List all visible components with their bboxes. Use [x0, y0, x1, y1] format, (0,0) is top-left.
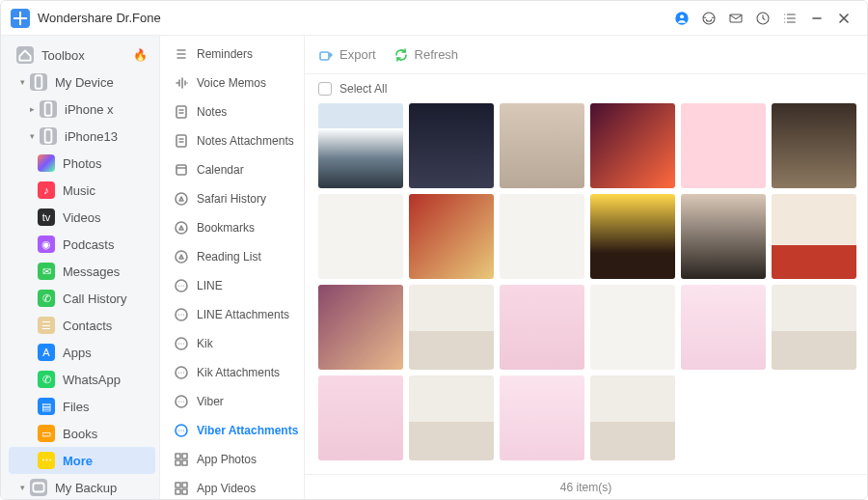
toolbox-icon — [16, 46, 34, 64]
svg-rect-5 — [36, 75, 42, 89]
label: LINE Attachments — [197, 308, 289, 321]
label: Viber — [197, 395, 224, 408]
category-safari-history[interactable]: Safari History — [164, 184, 300, 213]
list-icon[interactable] — [776, 5, 803, 32]
sidebar-my-backup[interactable]: ▾ My Backup — [9, 474, 155, 499]
svg-rect-12 — [176, 135, 186, 147]
titlebar: Wondershare Dr.Fone — [1, 1, 867, 36]
reminders-icon — [174, 46, 189, 62]
label: Calendar — [197, 163, 244, 177]
thumbnail[interactable] — [681, 285, 766, 370]
thumbnail[interactable] — [409, 375, 494, 460]
label: Notes — [197, 105, 227, 119]
category-app-videos[interactable]: App Videos — [164, 474, 300, 499]
sidebar-photos[interactable]: Photos — [9, 150, 155, 177]
sidebar-whatsapp[interactable]: ✆WhatsApp — [9, 366, 155, 393]
thumbnail[interactable] — [500, 194, 584, 279]
select-all-label: Select All — [339, 82, 387, 96]
sidebar-toolbox[interactable]: Toolbox 🔥 — [9, 42, 155, 69]
thumbnail[interactable] — [409, 285, 494, 370]
category-line[interactable]: LINE — [164, 271, 300, 300]
category-voice-memos[interactable]: Voice Memos — [164, 69, 300, 97]
thumbnail[interactable] — [318, 375, 403, 460]
fire-icon: 🔥 — [133, 48, 148, 62]
svg-point-18 — [178, 285, 179, 286]
category-kik[interactable]: Kik — [164, 329, 300, 358]
sidebar-call-history[interactable]: ✆Call History — [9, 285, 155, 312]
close-button[interactable] — [830, 5, 857, 32]
chevron-down-icon: ▾ — [16, 77, 28, 87]
label: Viber Attachments — [197, 424, 298, 437]
thumbnail[interactable] — [500, 375, 584, 460]
select-all-checkbox[interactable] — [318, 82, 332, 96]
thumbnail[interactable] — [772, 103, 856, 188]
label: Books — [63, 427, 148, 441]
thumbnail[interactable] — [318, 285, 403, 370]
thumbnail[interactable] — [772, 194, 856, 279]
minimize-button[interactable] — [803, 5, 830, 32]
thumbnail[interactable] — [590, 194, 675, 279]
label: Notes Attachments — [197, 134, 294, 148]
svg-rect-46 — [182, 483, 187, 487]
sidebar-files[interactable]: ▤Files — [9, 393, 155, 420]
label: Music — [63, 183, 148, 198]
svg-rect-48 — [182, 489, 187, 494]
thumbnail[interactable] — [318, 103, 403, 188]
thumbnail[interactable] — [681, 194, 766, 279]
app-videos-icon — [174, 481, 189, 496]
thumbnail[interactable] — [500, 103, 584, 188]
category-notes[interactable]: Notes — [164, 97, 300, 126]
thumbnail[interactable] — [590, 375, 675, 460]
thumbnail[interactable] — [590, 103, 675, 188]
videos-icon: tv — [38, 208, 55, 226]
category-kik-attachments[interactable]: Kik Attachments — [164, 358, 300, 387]
svg-rect-11 — [176, 106, 186, 118]
bookmarks-icon — [174, 220, 189, 236]
account-icon[interactable] — [668, 5, 695, 32]
label: iPhone13 — [65, 129, 148, 144]
thumbnail[interactable] — [409, 103, 494, 188]
svg-point-38 — [178, 430, 179, 431]
category-app-photos[interactable]: App Photos — [164, 445, 300, 474]
category-viber-attachments[interactable]: Viber Attachments — [164, 416, 300, 445]
status-bar: 46 item(s) — [305, 474, 867, 499]
sidebar-apps[interactable]: AApps — [9, 339, 155, 366]
category-calendar[interactable]: Calendar — [164, 155, 300, 184]
label: Voice Memos — [197, 76, 266, 90]
sidebar-contacts[interactable]: ☰Contacts — [9, 312, 155, 339]
messages-icon: ✉ — [38, 263, 55, 280]
category-reading-list[interactable]: Reading List — [164, 242, 300, 271]
sidebar-iphone-x[interactable]: ▸ iPhone x — [9, 96, 155, 123]
reading-icon — [174, 249, 189, 264]
history-icon[interactable] — [749, 5, 776, 32]
category-viber[interactable]: Viber — [164, 387, 300, 416]
mail-icon[interactable] — [722, 5, 749, 32]
sidebar-my-device[interactable]: ▾ My Device — [9, 69, 155, 96]
category-line-attachments[interactable]: LINE Attachments — [164, 300, 300, 329]
category-notes-attachments[interactable]: Notes Attachments — [164, 126, 300, 155]
thumbnail[interactable] — [500, 285, 584, 370]
sidebar-messages[interactable]: ✉Messages — [9, 258, 155, 285]
svg-point-20 — [183, 285, 184, 286]
thumbnail[interactable] — [318, 194, 403, 279]
thumbnail[interactable] — [772, 285, 856, 370]
select-all-row[interactable]: Select All — [305, 74, 867, 103]
category-panel: Reminders Voice Memos Notes Notes Attach… — [160, 36, 305, 499]
svg-rect-43 — [176, 460, 180, 465]
sidebar-more[interactable]: ⋯More — [9, 447, 155, 474]
category-bookmarks[interactable]: Bookmarks — [164, 213, 300, 242]
category-reminders[interactable]: Reminders — [164, 40, 300, 69]
support-icon[interactable] — [695, 5, 722, 32]
thumbnail[interactable] — [681, 103, 766, 188]
sidebar-podcasts[interactable]: ◉Podcasts — [9, 231, 155, 258]
sidebar-music[interactable]: ♪Music — [9, 177, 155, 204]
sidebar-books[interactable]: ▭Books — [9, 420, 155, 447]
export-button[interactable]: Export — [318, 47, 376, 63]
thumbnail[interactable] — [590, 285, 675, 370]
sidebar-videos[interactable]: tvVideos — [9, 204, 155, 231]
thumbnail[interactable] — [409, 194, 494, 279]
svg-point-24 — [183, 314, 184, 315]
sidebar-iphone13[interactable]: ▾ iPhone13 — [9, 123, 155, 150]
label: Call History — [63, 292, 148, 306]
refresh-button[interactable]: Refresh — [393, 47, 459, 63]
